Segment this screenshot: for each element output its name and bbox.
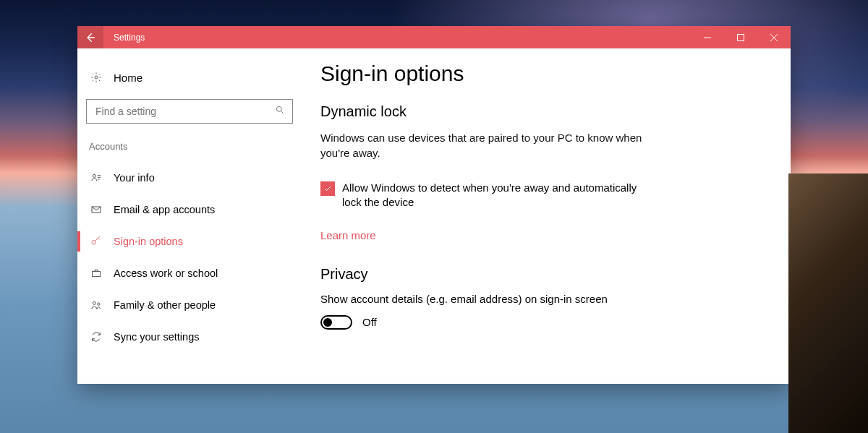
privacy-toggle[interactable] [320, 315, 352, 330]
window-title: Settings [103, 26, 691, 48]
search-input-wrapper[interactable] [86, 99, 293, 124]
scrollbar[interactable] [789, 265, 791, 381]
people-icon [89, 299, 103, 311]
sidebar-item-label: Your info [114, 172, 155, 184]
sidebar-item-sign-in-options[interactable]: Sign-in options [77, 226, 302, 257]
sidebar-item-your-info[interactable]: Your info [77, 162, 302, 194]
maximize-icon [737, 34, 744, 41]
sidebar-item-label: Email & app accounts [114, 204, 215, 215]
dynamic-lock-heading: Dynamic lock [320, 103, 762, 120]
search-input[interactable] [94, 105, 275, 118]
close-icon [770, 34, 778, 41]
key-icon [89, 236, 103, 247]
svg-point-3 [93, 174, 95, 177]
svg-rect-6 [93, 271, 101, 276]
page-title: Sign-in options [320, 61, 762, 86]
sidebar-item-sync-settings[interactable]: Sync your settings [77, 321, 302, 353]
maximize-button[interactable] [724, 26, 757, 48]
sidebar-item-family-people[interactable]: Family & other people [77, 289, 302, 321]
privacy-heading: Privacy [320, 266, 762, 283]
dynamic-lock-checkbox-label: Allow Windows to detect when you're away… [342, 181, 653, 210]
back-arrow-icon [85, 32, 96, 43]
gear-icon [89, 72, 103, 83]
minimize-button[interactable] [691, 26, 724, 48]
sidebar-section-label: Accounts [77, 141, 302, 152]
sidebar-item-label: Sync your settings [114, 331, 199, 343]
sidebar: Home Accounts Your info Email & app acco… [77, 48, 302, 384]
settings-window: Settings Home [77, 26, 791, 384]
sidebar-item-email-accounts[interactable]: Email & app accounts [77, 194, 302, 226]
dynamic-lock-description: Windows can use devices that are paired … [320, 130, 653, 160]
svg-point-5 [92, 241, 95, 244]
content-pane: Sign-in options Dynamic lock Windows can… [302, 48, 791, 384]
svg-point-8 [98, 303, 100, 305]
checkbox-checked-icon [320, 181, 335, 196]
svg-point-7 [93, 301, 95, 304]
sync-icon [89, 331, 103, 343]
sidebar-home[interactable]: Home [77, 67, 302, 87]
privacy-toggle-row: Off [320, 315, 762, 330]
titlebar: Settings [77, 26, 791, 48]
sidebar-item-access-work-school[interactable]: Access work or school [77, 257, 302, 289]
sidebar-item-label: Family & other people [114, 299, 216, 311]
person-card-icon [89, 172, 103, 184]
back-button[interactable] [77, 26, 103, 48]
svg-rect-0 [738, 34, 744, 40]
home-label: Home [114, 72, 142, 84]
learn-more-link[interactable]: Learn more [320, 229, 376, 241]
search-icon [275, 105, 285, 118]
desktop-wallpaper: Settings Home [0, 0, 868, 433]
mail-icon [89, 204, 103, 215]
sidebar-item-label: Access work or school [114, 267, 218, 279]
privacy-description: Show account details (e.g. email address… [320, 293, 762, 305]
close-button[interactable] [757, 26, 791, 48]
privacy-toggle-state: Off [362, 316, 377, 328]
dynamic-lock-checkbox-row[interactable]: Allow Windows to detect when you're away… [320, 181, 653, 210]
svg-point-2 [276, 106, 281, 111]
briefcase-icon [89, 267, 103, 279]
svg-point-1 [95, 76, 98, 79]
sidebar-item-label: Sign-in options [114, 236, 183, 247]
minimize-icon [704, 34, 711, 41]
